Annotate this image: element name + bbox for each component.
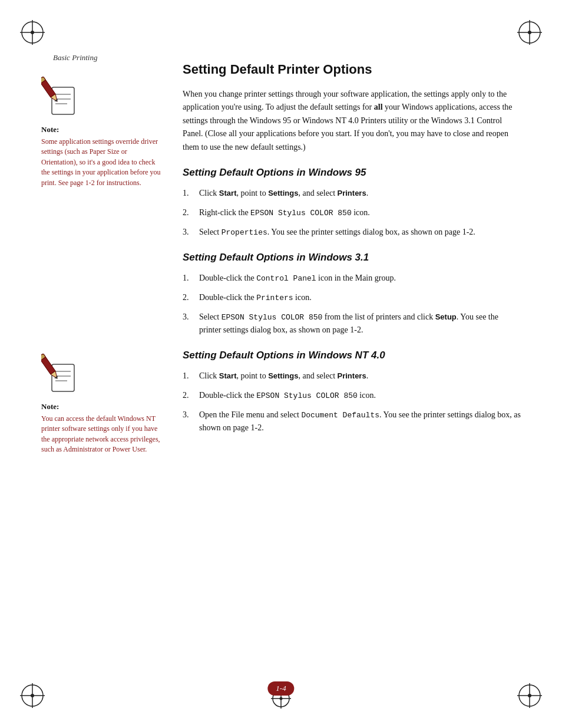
step-item: 1. Click Start, point to Settings, and s… [183,187,521,200]
page-title: Setting Default Printer Options [183,62,521,77]
step-text: Click Start, point to Settings, and sele… [199,187,521,200]
step-item: 2. Right-click the EPSON Stylus COLOR 85… [183,206,521,219]
note1-text: Some application settings override drive… [41,137,165,188]
step-num: 2. [183,389,199,402]
section3-heading: Setting Default Options in Windows NT 4.… [183,350,521,361]
step-text: Click Start, point to Settings, and sele… [199,370,521,383]
breadcrumb: Basic Printing [53,53,97,62]
step-keyword: Start [219,371,237,380]
step-keyword: Printers [338,371,366,380]
corner-mark-br [515,681,544,710]
svg-point-7 [528,31,531,34]
svg-point-15 [528,694,531,697]
section1-heading: Setting Default Options in Windows 95 [183,167,521,179]
step-keyword: Start [219,189,237,197]
step-keyword: Printers [338,189,366,197]
svg-point-11 [31,694,34,697]
step-item: 2. Double-click the Printers icon. [183,291,521,304]
main-content: Setting Default Printer Options When you… [183,62,521,447]
sidebar-note2: Note: You can access the default Windows… [41,348,165,455]
page-number: 1-4 [267,681,294,696]
section2-steps: 1. Double-click the Control Panel icon i… [183,272,521,337]
svg-point-3 [31,31,34,34]
step-keyword: Settings [268,189,298,197]
step-num: 2. [183,206,199,219]
step-num: 1. [183,187,199,200]
sidebar-note1: Note: Some application settings override… [41,71,165,188]
step-mono: Document Defaults [301,411,379,420]
step-num: 3. [183,226,199,239]
step-item: 3. Select Properties. You see the printe… [183,226,521,239]
note2-icon [41,348,165,398]
step-item: 3. Open the File menu and select Documen… [183,409,521,434]
step-mono: Control Panel [256,274,316,283]
step-text: Select Properties. You see the printer s… [199,226,521,239]
page: Basic Printing Note: Some application [0,0,562,728]
step-mono: Printers [256,294,293,302]
step-num: 3. [183,311,199,324]
step-num: 1. [183,370,199,383]
step-mono: EPSON Stylus COLOR 850 [250,209,352,218]
intro-paragraph: When you change printer settings through… [183,88,521,154]
step-text: Select EPSON Stylus COLOR 850 from the l… [199,311,521,337]
step-keyword: Settings [268,371,298,380]
step-text: Open the File menu and select Document D… [199,409,521,434]
section1-steps: 1. Click Start, point to Settings, and s… [183,187,521,239]
step-text: Double-click the EPSON Stylus COLOR 850 … [199,389,521,402]
svg-point-19 [280,697,283,700]
section3-steps: 1. Click Start, point to Settings, and s… [183,370,521,434]
step-num: 1. [183,272,199,285]
corner-mark-tl [18,18,47,47]
step-keyword: Setup [435,312,457,321]
note1-label: Note: [41,125,165,134]
step-mono: EPSON Stylus COLOR 850 [222,313,323,322]
step-text: Double-click the Printers icon. [199,291,521,304]
breadcrumb-text: Basic Printing [53,53,97,62]
step-item: 3. Select EPSON Stylus COLOR 850 from th… [183,311,521,337]
note2-label: Note: [41,402,165,411]
section2-heading: Setting Default Options in Windows 3.1 [183,252,521,263]
step-text: Double-click the Control Panel icon in t… [199,272,521,285]
step-mono: Properties [222,228,267,237]
step-mono: EPSON Stylus COLOR 850 [256,391,358,400]
step-num: 3. [183,409,199,421]
step-item: 2. Double-click the EPSON Stylus COLOR 8… [183,389,521,402]
step-item: 1. Click Start, point to Settings, and s… [183,370,521,383]
step-item: 1. Double-click the Control Panel icon i… [183,272,521,285]
corner-mark-tr [515,18,544,47]
note1-icon [41,71,165,121]
step-num: 2. [183,291,199,304]
corner-mark-bl [18,681,47,710]
intro-bold: all [374,103,383,111]
step-text: Right-click the EPSON Stylus COLOR 850 i… [199,206,521,219]
note2-text: You can access the default Windows NT pr… [41,414,165,455]
